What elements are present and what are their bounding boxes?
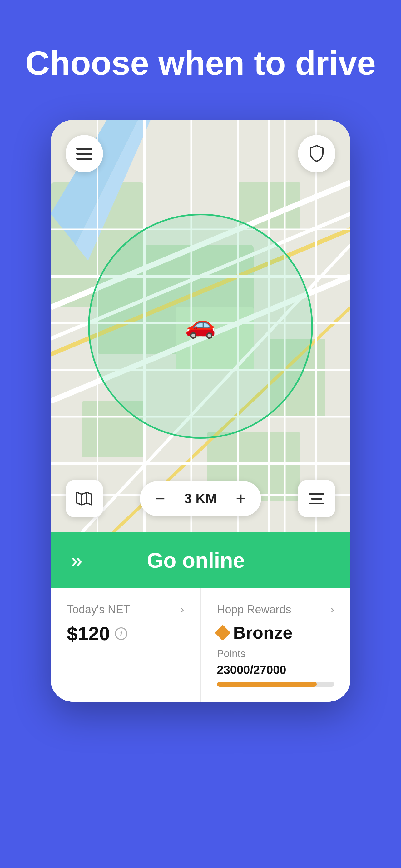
hero-title: Choose when to drive [0, 0, 401, 120]
map-icon [75, 490, 93, 507]
shield-icon [308, 144, 326, 163]
distance-increase-button[interactable]: + [236, 490, 246, 507]
svg-marker-30 [77, 492, 92, 505]
badge-label: Bronze [233, 622, 293, 643]
net-amount: $120 [67, 622, 110, 645]
rewards-badge: Bronze [217, 622, 334, 643]
net-title: Today's NET [67, 603, 130, 616]
rewards-header: Hopp Rewards › [217, 603, 334, 616]
filter-button[interactable] [298, 480, 335, 518]
todays-net-card: Today's NET › $120 i [51, 588, 201, 702]
net-header: Today's NET › [67, 603, 184, 616]
filter-icon [309, 493, 325, 504]
go-online-label: Go online [101, 548, 291, 572]
map-area: 🚗 [51, 120, 350, 532]
shield-button[interactable] [298, 135, 335, 173]
menu-button[interactable] [66, 135, 103, 173]
net-chevron-icon[interactable]: › [180, 603, 184, 616]
points-progress-track [217, 682, 334, 687]
distance-label: 3 KM [180, 491, 221, 506]
info-icon[interactable]: i [115, 627, 127, 640]
chevrons-right-icon: » [71, 550, 82, 571]
map-bottom-controls: − 3 KM + [51, 480, 350, 518]
phone-mockup: 🚗 [51, 120, 350, 702]
rewards-title: Hopp Rewards [217, 603, 291, 616]
points-value: 23000/27000 [217, 663, 334, 677]
stats-area: Today's NET › $120 i Hopp Rewards › Bron… [51, 588, 350, 702]
go-online-button[interactable]: » Go online [51, 532, 350, 588]
diamond-icon [214, 625, 231, 641]
hopp-rewards-card: Hopp Rewards › Bronze Points 23000/27000 [201, 588, 351, 702]
net-value: $120 i [67, 622, 184, 645]
map-top-buttons [51, 135, 350, 173]
points-label: Points [217, 648, 334, 660]
points-progress-fill [217, 682, 317, 687]
distance-decrease-button[interactable]: − [155, 490, 165, 507]
distance-control: − 3 KM + [140, 481, 261, 516]
map-icon-button[interactable] [66, 480, 103, 518]
car-marker: 🚗 [185, 312, 216, 337]
hamburger-icon [76, 148, 93, 160]
rewards-chevron-icon[interactable]: › [330, 603, 334, 616]
points-display: 23000/27000 [217, 663, 287, 677]
